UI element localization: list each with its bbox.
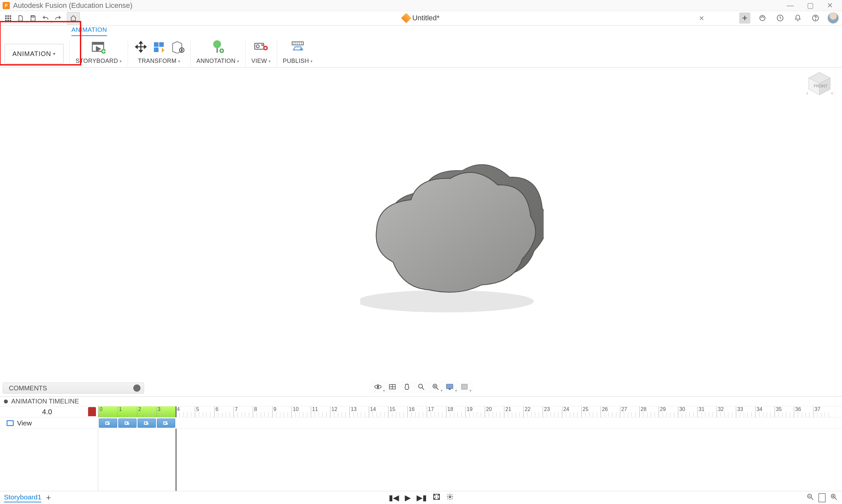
- track-name-text: View: [17, 419, 32, 427]
- timeline-collapse-icon[interactable]: [4, 399, 8, 403]
- keyframe-view[interactable]: [138, 418, 156, 428]
- workspace-selector[interactable]: ANIMATION: [4, 44, 64, 64]
- svg-rect-6: [5, 20, 7, 21]
- transform-restore-icon[interactable]: [152, 40, 166, 54]
- workspace-tab-animation[interactable]: ANIMATION: [71, 26, 107, 36]
- svg-point-59: [106, 422, 108, 424]
- document-tab[interactable]: Untitled*: [402, 14, 440, 22]
- svg-line-54: [436, 388, 438, 390]
- window-close-button[interactable]: ✕: [827, 1, 833, 10]
- play-button[interactable]: ▶: [405, 493, 411, 502]
- window-maximize-button[interactable]: ▢: [807, 1, 814, 10]
- new-storyboard-icon[interactable]: [92, 40, 105, 54]
- transform-appearance-icon[interactable]: [171, 40, 184, 54]
- svg-rect-15: [92, 42, 104, 44]
- ribbon-group-publish: PUBLISH: [280, 38, 316, 65]
- canvas-viewport[interactable]: FRONT z x: [0, 69, 842, 380]
- window-title: Autodesk Fusion (Education License): [13, 1, 132, 10]
- keyframe-view[interactable]: [99, 418, 117, 428]
- pan-icon[interactable]: [401, 382, 412, 392]
- timeline-ruler[interactable]: 0123456789101112131415161718192021222324…: [98, 407, 842, 417]
- zoom-icon[interactable]: [416, 382, 427, 392]
- svg-point-39: [360, 290, 534, 312]
- save-icon[interactable]: [27, 12, 39, 24]
- window-minimize-button[interactable]: —: [787, 1, 794, 10]
- new-design-button[interactable]: [739, 13, 750, 23]
- svg-rect-55: [446, 384, 453, 389]
- ribbon-label-publish[interactable]: PUBLISH: [283, 58, 313, 65]
- loop-button[interactable]: [433, 493, 441, 502]
- zoom-fit-button[interactable]: [819, 493, 826, 502]
- app-icon: F: [3, 2, 10, 9]
- svg-point-68: [164, 422, 166, 424]
- keyframe-view[interactable]: [118, 418, 137, 428]
- display-settings-icon[interactable]: [444, 382, 455, 392]
- orbit-icon[interactable]: [372, 382, 383, 392]
- document-close-button[interactable]: ✕: [699, 14, 704, 22]
- ribbon-label-view[interactable]: VIEW: [252, 58, 271, 65]
- svg-rect-19: [154, 48, 159, 52]
- comments-panel-title: COMMENTS: [9, 384, 47, 392]
- redo-icon[interactable]: [52, 12, 64, 24]
- svg-rect-7: [7, 20, 9, 21]
- svg-rect-69: [167, 422, 168, 423]
- play-end-button[interactable]: ▶▮: [416, 493, 427, 502]
- home-tab-button[interactable]: [67, 12, 80, 24]
- svg-line-76: [835, 498, 837, 500]
- zoom-in-button[interactable]: [830, 493, 838, 502]
- svg-rect-56: [449, 389, 451, 390]
- ribbon-label-annotation[interactable]: ANNOTATION: [197, 58, 239, 65]
- svg-rect-8: [10, 20, 12, 21]
- job-status-icon[interactable]: [774, 13, 786, 23]
- view-capture-icon[interactable]: [254, 40, 268, 54]
- storyboard-tab[interactable]: Storyboard1: [4, 493, 41, 502]
- view-cube[interactable]: FRONT z x: [805, 70, 834, 98]
- workspace-selector-label: ANIMATION: [13, 50, 51, 58]
- track-lane-view[interactable]: [98, 417, 842, 428]
- timeline-playhead[interactable]: [176, 407, 177, 417]
- svg-rect-63: [128, 422, 129, 423]
- ribbon-label-transform[interactable]: TRANSFORM: [138, 58, 180, 65]
- grid-settings-icon[interactable]: [459, 382, 470, 392]
- scratch-zone-icon[interactable]: [88, 407, 96, 416]
- svg-rect-27: [261, 44, 263, 46]
- track-label-view[interactable]: View: [0, 417, 98, 428]
- add-storyboard-button[interactable]: +: [46, 492, 51, 503]
- timeline-footer: Storyboard1 + ▮◀ ▶ ▶▮: [0, 491, 842, 504]
- ribbon-label-storyboard[interactable]: STORYBOARD: [76, 58, 122, 65]
- timeline-panel-header[interactable]: ANIMATION TIMELINE: [0, 397, 842, 407]
- data-panel-icon[interactable]: [2, 12, 14, 24]
- zoom-out-button[interactable]: [807, 493, 814, 502]
- svg-point-10: [760, 15, 765, 21]
- fit-icon[interactable]: [430, 382, 441, 392]
- comments-options-icon[interactable]: [133, 384, 141, 392]
- look-at-icon[interactable]: [387, 382, 398, 392]
- svg-text:x: x: [831, 91, 833, 95]
- transform-move-icon[interactable]: [134, 40, 148, 54]
- ribbon-group-storyboard: STORYBOARD: [72, 38, 125, 65]
- publish-video-icon[interactable]: [291, 40, 305, 54]
- annotation-callout-icon[interactable]: [211, 40, 225, 54]
- svg-rect-18: [159, 42, 164, 47]
- timeline-settings-button[interactable]: [446, 493, 453, 502]
- title-bar: F Autodesk Fusion (Education License) — …: [0, 0, 842, 11]
- svg-rect-5: [10, 17, 12, 19]
- ribbon-group-transform: TRANSFORM: [131, 38, 187, 65]
- svg-rect-0: [5, 15, 7, 17]
- comments-panel-header[interactable]: COMMENTS: [3, 382, 144, 394]
- svg-rect-60: [109, 422, 110, 423]
- notifications-icon[interactable]: [792, 13, 803, 23]
- help-icon[interactable]: [810, 13, 821, 23]
- svg-rect-17: [154, 42, 159, 47]
- user-avatar[interactable]: [828, 13, 839, 23]
- svg-point-65: [145, 422, 146, 424]
- model-cloud-shape[interactable]: [360, 154, 544, 319]
- play-start-button[interactable]: ▮◀: [389, 493, 399, 502]
- document-name: Untitled*: [412, 14, 440, 22]
- svg-rect-4: [7, 17, 9, 19]
- document-cube-icon: [401, 13, 411, 23]
- undo-icon[interactable]: [39, 12, 52, 24]
- file-menu-icon[interactable]: [14, 12, 27, 24]
- extensions-icon[interactable]: [757, 13, 768, 23]
- keyframe-view[interactable]: [157, 418, 175, 428]
